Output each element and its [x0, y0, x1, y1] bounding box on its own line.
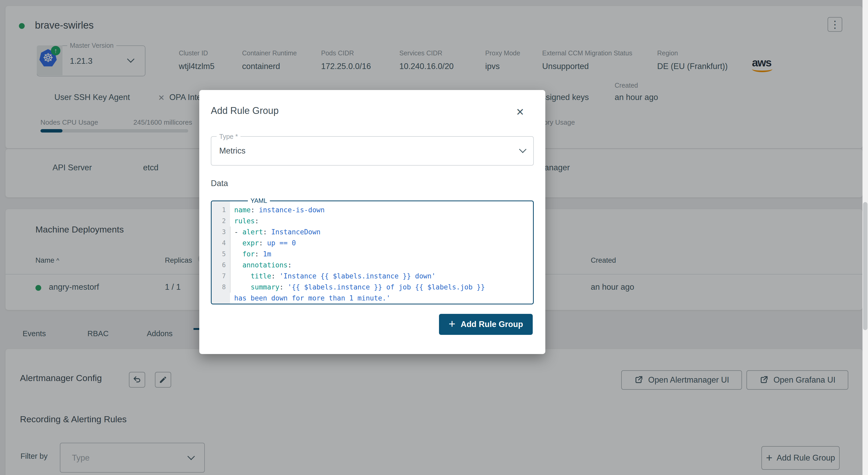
type-field-value: Metrics: [219, 146, 246, 156]
code-line: has been down for more than 1 minute.': [212, 293, 533, 304]
code-line: 2rules:: [212, 216, 533, 226]
code-text: name: instance-is-down: [230, 204, 324, 216]
line-number: 4: [212, 238, 230, 249]
dialog-add-rule-group-button[interactable]: + Add Rule Group: [439, 314, 533, 335]
dialog-title: Add Rule Group: [211, 105, 279, 116]
code-line: 5 for: 1m: [212, 249, 533, 259]
code-line: 4 expr: up == 0: [212, 238, 533, 249]
yaml-editor[interactable]: YAML 1name: instance-is-down2rules:3- al…: [211, 200, 534, 305]
code-line: 6 annotations:: [212, 259, 533, 271]
code-line: 3- alert: InstanceDown: [212, 226, 533, 238]
code-line: 7 title: 'Instance {{ $labels.instance }…: [212, 271, 533, 282]
code-text: - alert: InstanceDown: [230, 226, 320, 238]
data-section-label: Data: [211, 179, 228, 188]
rule-group-type-select[interactable]: Type * Metrics: [211, 136, 534, 166]
code-line: 8 summary: '{{ $labels.instance }} of jo…: [212, 282, 533, 293]
close-icon[interactable]: ✕: [516, 106, 524, 118]
code-line: 1name: instance-is-down: [212, 204, 533, 216]
code-text: title: 'Instance {{ $labels.instance }} …: [230, 271, 436, 282]
code-text: rules:: [230, 216, 259, 226]
line-number: 7: [212, 271, 230, 282]
code-text: for: 1m: [230, 249, 271, 259]
line-number: 6: [212, 259, 230, 271]
code-text: annotations:: [230, 259, 292, 271]
scrollbar-thumb[interactable]: [863, 202, 867, 330]
line-number: 5: [212, 249, 230, 259]
code-text: summary: '{{ $labels.instance }} of job …: [230, 282, 485, 293]
line-number: 1: [212, 204, 230, 216]
line-number: 8: [212, 282, 230, 293]
plus-icon: +: [449, 317, 456, 330]
line-number: 2: [212, 216, 230, 226]
code-text: has been down for more than 1 minute.': [230, 293, 391, 304]
page-scrollbar: [863, 0, 868, 475]
cluster-details-page: brave-swirles ⋮ ☸ ↑ Master Version 1.21.…: [0, 0, 868, 475]
code-text: expr: up == 0: [230, 238, 296, 249]
line-number: 3: [212, 226, 230, 238]
type-field-label: Type *: [217, 133, 241, 140]
add-rule-group-dialog: Add Rule Group ✕ Type * Metrics Data YAM…: [199, 90, 545, 354]
yaml-editor-lines: 1name: instance-is-down2rules:3- alert: …: [212, 201, 533, 304]
line-number: [212, 293, 230, 304]
